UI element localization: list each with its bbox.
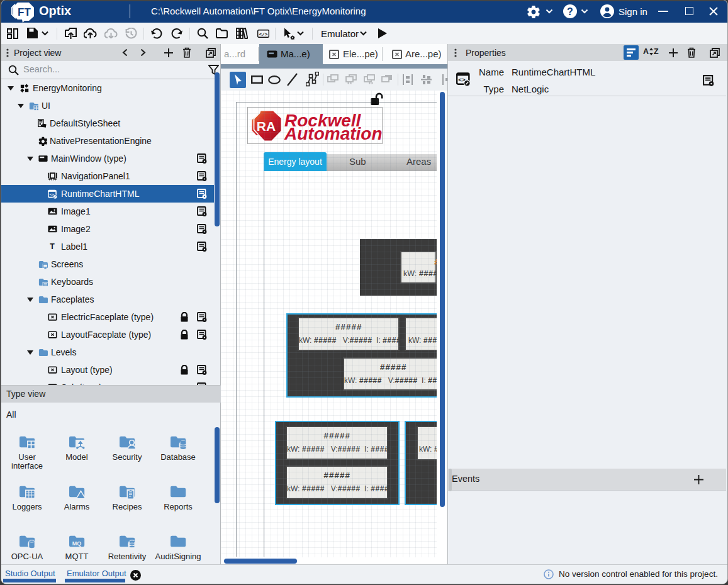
svg-text:MQ: MQ [72, 540, 82, 547]
svg-text:</>: </> [259, 32, 268, 37]
svg-text:T: T [50, 242, 55, 251]
svg-text:RA: RA [257, 119, 276, 133]
svg-text:FT: FT [18, 6, 31, 18]
svg-text:?: ? [567, 6, 573, 17]
